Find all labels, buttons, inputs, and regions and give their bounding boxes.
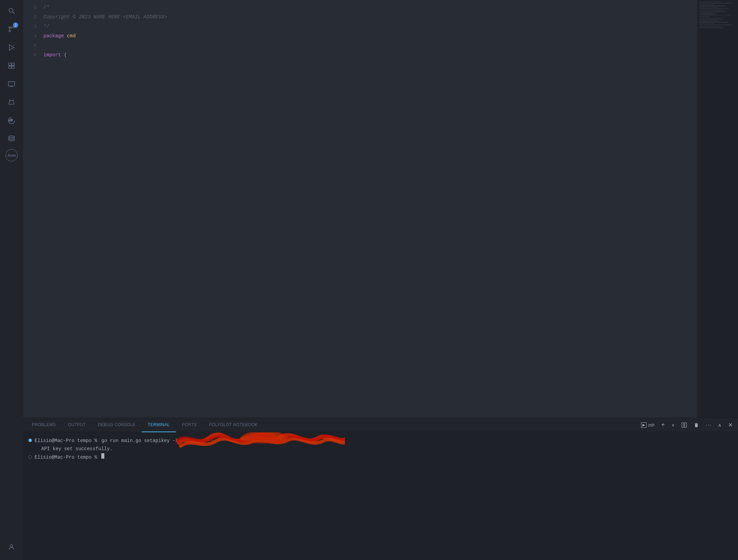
terminal-output-1: API key set successfully.: [33, 445, 112, 453]
more-actions-button[interactable]: ···: [703, 421, 714, 429]
svg-rect-20: [10, 119, 11, 120]
terminal-redacted-partial: sk-••••••••••••••••••0025501233112: [182, 438, 279, 443]
minimap: [697, 0, 738, 418]
tab-output[interactable]: OUTPUT: [62, 418, 92, 432]
line-number-3: 3: [23, 24, 43, 29]
json-icon[interactable]: Json: [5, 149, 18, 161]
terminal-dropdown-button[interactable]: ∨: [669, 421, 677, 429]
source-control-badge: 2: [13, 22, 18, 28]
activity-bar: 2: [0, 0, 23, 560]
svg-rect-12: [12, 66, 14, 68]
code-line-5: 5: [23, 41, 697, 50]
line-content-3: */: [43, 24, 697, 29]
code-editor[interactable]: 1 /* 2 Copyright © 2023 NAME HERE <EMAIL…: [23, 0, 697, 418]
docker-icon[interactable]: [3, 113, 20, 129]
database-icon[interactable]: [3, 131, 20, 147]
new-terminal-button[interactable]: +: [658, 420, 668, 430]
terminal-content[interactable]: Elisio@Mac-Pro tempo % go run main.go se…: [23, 432, 738, 560]
line-content-5: [43, 43, 697, 48]
code-line-4: 4 package cmd: [23, 31, 697, 41]
panel-tab-actions: ▶ zsh + ∨: [638, 420, 735, 430]
split-terminal-button[interactable]: [679, 421, 690, 429]
code-line-3: 3 */: [23, 22, 697, 31]
svg-point-22: [9, 136, 15, 138]
svg-rect-17: [9, 120, 10, 121]
code-lines: 1 /* 2 Copyright © 2023 NAME HERE <EMAIL…: [23, 0, 697, 418]
svg-rect-25: [684, 423, 686, 427]
terminal-prompt-1: Elisio@Mac-Pro tempo %: [35, 437, 100, 445]
delete-terminal-button[interactable]: [691, 421, 702, 429]
line-number-5: 5: [23, 43, 43, 48]
remote-explorer-icon[interactable]: [3, 76, 20, 92]
tab-terminal[interactable]: TERMINAL: [142, 418, 176, 432]
svg-point-2: [9, 26, 11, 28]
source-control-icon[interactable]: 2: [3, 21, 20, 37]
svg-rect-11: [9, 66, 11, 68]
search-icon[interactable]: [3, 3, 20, 19]
svg-point-0: [9, 8, 13, 13]
maximize-panel-button[interactable]: ∧: [715, 421, 724, 429]
panel-tabs: PROBLEMS OUTPUT DEBUG CONSOLE TERMINAL P…: [23, 418, 738, 432]
account-icon[interactable]: [3, 541, 20, 557]
line-number-2: 2: [23, 15, 43, 20]
main-area: 1 /* 2 Copyright © 2023 NAME HERE <EMAIL…: [23, 0, 738, 560]
svg-rect-24: [682, 423, 684, 427]
terminal-dot-3: [28, 455, 32, 459]
terminal-line-2: API key set successfully.: [28, 445, 733, 453]
extensions-icon[interactable]: [3, 58, 20, 74]
tab-problems[interactable]: PROBLEMS: [26, 418, 62, 432]
terminal-cursor: [101, 453, 104, 459]
editor-area: 1 /* 2 Copyright © 2023 NAME HERE <EMAIL…: [23, 0, 738, 418]
terminal-line-1: Elisio@Mac-Pro tempo % go run main.go se…: [28, 437, 733, 445]
code-line-6: 6 import (: [23, 50, 697, 60]
svg-rect-21: [12, 119, 13, 120]
line-content-2: Copyright © 2023 NAME HERE <EMAIL ADDRES…: [43, 14, 697, 20]
svg-rect-10: [12, 63, 14, 65]
line-content-6: import (: [43, 52, 697, 58]
terminal-command-1: go run main.go setapikey -k: [101, 437, 181, 445]
tab-debug-console[interactable]: DEBUG CONSOLE: [92, 418, 142, 432]
tab-ports[interactable]: PORTS: [176, 418, 203, 432]
line-content-4: package cmd: [43, 33, 697, 39]
svg-rect-13: [8, 82, 15, 86]
testing-icon[interactable]: [3, 94, 20, 111]
redacted-key-container: sk-••••••••••••••••••0025501233112: [182, 437, 279, 445]
line-number-1: 1: [23, 5, 43, 10]
terminal-panel: PROBLEMS OUTPUT DEBUG CONSOLE TERMINAL P…: [23, 418, 738, 560]
terminal-dot-1: [28, 439, 32, 442]
code-line-1: 1 /*: [23, 3, 697, 12]
svg-line-1: [13, 12, 15, 14]
terminal-shell-label: ▶ zsh: [638, 421, 657, 429]
line-content-1: /*: [43, 5, 697, 10]
terminal-line-3: Elisio@Mac-Pro tempo %: [28, 453, 733, 462]
line-number-4: 4: [23, 34, 43, 39]
tab-polyglot-notebook[interactable]: POLYGLOT NOTEBOOK: [203, 418, 264, 432]
code-line-2: 2 Copyright © 2023 NAME HERE <EMAIL ADDR…: [23, 12, 697, 22]
svg-point-4: [9, 30, 11, 32]
close-panel-button[interactable]: ✕: [725, 420, 735, 429]
svg-point-23: [10, 545, 13, 547]
svg-marker-5: [9, 45, 14, 51]
svg-rect-9: [9, 63, 11, 65]
line-number-6: 6: [23, 53, 43, 58]
run-debug-icon[interactable]: [3, 39, 20, 56]
terminal-prompt-3: Elisio@Mac-Pro tempo %: [35, 454, 100, 462]
